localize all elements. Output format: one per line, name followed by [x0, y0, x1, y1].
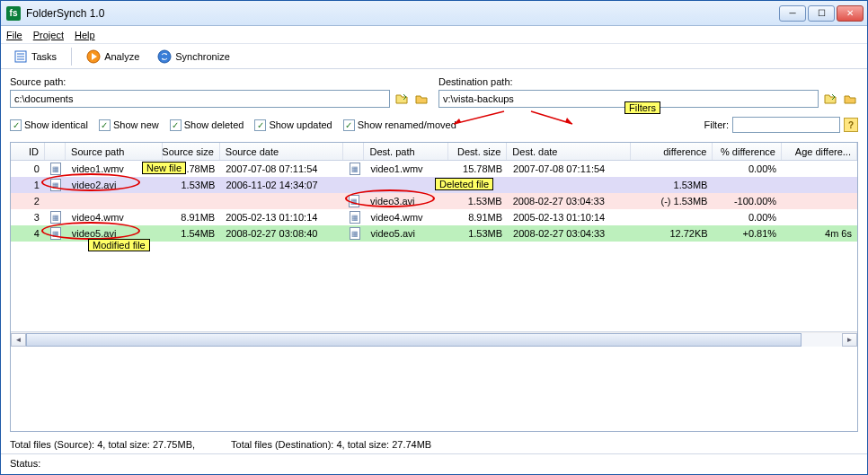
cell: 1.53MB: [631, 177, 713, 193]
cell: 1.53MB: [448, 193, 508, 209]
maximize-button[interactable]: ☐: [808, 5, 835, 22]
col-dest-date[interactable]: Dest. date: [507, 143, 631, 160]
cell: [344, 177, 365, 193]
cell: [163, 193, 220, 209]
cell: [45, 177, 66, 193]
col-pct-difference[interactable]: % difference: [713, 143, 782, 160]
table-row[interactable]: 0video1.wmv15.78MB2007-07-08 07:11:54vid…: [11, 161, 857, 177]
source-totals: Total files (Source): 4, total size: 27.…: [10, 439, 195, 450]
cell: 1: [11, 177, 45, 193]
cell: [344, 161, 366, 177]
source-open-icon[interactable]: [394, 91, 410, 107]
cell: [66, 193, 163, 209]
horizontal-scrollbar[interactable]: ◄ ►: [11, 331, 857, 347]
grid-header: ID Source path Source size Source date D…: [11, 143, 857, 161]
toolbar: Tasks Analyze Synchronize: [1, 44, 867, 69]
show-deleted-checkbox[interactable]: ✓Show deleted: [170, 119, 244, 131]
col-dest-path[interactable]: Dest. path: [364, 143, 447, 160]
analyze-button[interactable]: Analyze: [79, 48, 146, 66]
tasks-icon: [13, 49, 28, 64]
minimize-button[interactable]: ─: [779, 5, 806, 22]
filter-label: Filter:: [704, 119, 730, 130]
cell: +0.81%: [713, 225, 783, 242]
cell: 0.00%: [713, 161, 783, 177]
menu-file[interactable]: File: [6, 30, 22, 40]
cell: [365, 177, 448, 193]
cell: [344, 209, 366, 225]
table-row[interactable]: 2video3.avi1.53MB2008-02-27 03:04:33(-) …: [11, 193, 857, 209]
close-button[interactable]: ✕: [837, 5, 864, 22]
app-window: fs FolderSynch 1.0 ─ ☐ ✕ File Project He…: [0, 0, 868, 475]
show-renamed-label: Show renamed/moved: [358, 119, 456, 130]
file-icon: [50, 179, 61, 191]
grid-body[interactable]: 0video1.wmv15.78MB2007-07-08 07:11:54vid…: [11, 161, 857, 331]
col-dest-size[interactable]: Dest. size: [448, 143, 508, 160]
filter-input[interactable]: [732, 117, 840, 133]
cell: 2008-02-27 03:04:33: [508, 193, 631, 209]
file-icon: [349, 195, 359, 207]
cell: video4.wmv: [66, 209, 164, 225]
cell: [631, 209, 713, 225]
cell: [782, 209, 857, 225]
col-source-size[interactable]: Source size: [163, 143, 220, 160]
col-source-date[interactable]: Source date: [220, 143, 344, 160]
file-icon: [350, 163, 360, 175]
col-source-icon[interactable]: [45, 143, 66, 160]
col-id[interactable]: ID: [11, 143, 45, 160]
source-path-input[interactable]: [10, 90, 390, 108]
cell: 2007-07-08 07:11:54: [508, 161, 631, 177]
window-title: FolderSynch 1.0: [26, 7, 104, 20]
svg-point-2: [158, 50, 171, 63]
app-icon: fs: [6, 6, 21, 21]
cell: 2008-02-27 03:04:33: [508, 225, 631, 242]
cell: [45, 193, 66, 209]
cell: 2005-02-13 01:10:14: [508, 209, 631, 225]
cell: [782, 177, 857, 193]
table-row[interactable]: 4video5.avi1.54MB2008-02-27 03:08:40vide…: [11, 225, 857, 242]
show-updated-checkbox[interactable]: ✓Show updated: [254, 119, 332, 131]
cell: video1.wmv: [366, 161, 449, 177]
show-updated-label: Show updated: [269, 119, 332, 130]
cell: [45, 161, 66, 177]
filter-help-button[interactable]: ?: [844, 118, 858, 132]
col-age-difference[interactable]: Age differe...: [782, 143, 857, 160]
file-icon: [350, 211, 360, 224]
footer-totals: Total files (Source): 4, total size: 27.…: [1, 432, 867, 453]
cell: [45, 225, 66, 242]
scroll-thumb[interactable]: [26, 333, 802, 347]
table-row[interactable]: 1video2.avi1.53MB2006-11-02 14:34:071.53…: [11, 177, 857, 193]
show-identical-label: Show identical: [24, 119, 88, 130]
dest-path-input[interactable]: [438, 90, 819, 108]
scroll-track[interactable]: [26, 333, 842, 347]
tasks-label: Tasks: [31, 51, 57, 62]
cell: video4.wmv: [366, 209, 449, 225]
show-identical-checkbox[interactable]: ✓Show identical: [10, 119, 88, 131]
synchronize-button[interactable]: Synchronize: [150, 48, 237, 66]
cell: 1.53MB: [449, 225, 508, 242]
dest-open-icon[interactable]: [822, 91, 838, 107]
cell: 0.00%: [713, 209, 783, 225]
cell: [45, 209, 66, 225]
col-dest-icon[interactable]: [343, 143, 364, 160]
cell: -100.00%: [713, 193, 782, 209]
cell: 15.78MB: [164, 161, 221, 177]
col-difference[interactable]: difference: [631, 143, 713, 160]
scroll-right-button[interactable]: ►: [842, 333, 857, 347]
show-new-checkbox[interactable]: ✓Show new: [99, 119, 159, 131]
menu-project[interactable]: Project: [33, 30, 64, 40]
col-source-path[interactable]: Source path: [66, 143, 163, 160]
cell: 8.91MB: [164, 209, 221, 225]
table-row[interactable]: 3video4.wmv8.91MB2005-02-13 01:10:14vide…: [11, 209, 857, 225]
cell: 4m 6s: [782, 225, 857, 242]
show-renamed-checkbox[interactable]: ✓Show renamed/moved: [343, 119, 456, 131]
toolbar-separator: [71, 48, 72, 66]
source-browse-icon[interactable]: [413, 91, 430, 107]
menu-help[interactable]: Help: [75, 30, 95, 40]
source-path-label: Source path:: [10, 76, 430, 87]
titlebar[interactable]: fs FolderSynch 1.0 ─ ☐ ✕: [1, 1, 867, 26]
synchronize-label: Synchronize: [175, 51, 230, 62]
scroll-left-button[interactable]: ◄: [11, 333, 26, 347]
tasks-button[interactable]: Tasks: [6, 48, 64, 66]
cell: 2: [11, 193, 45, 209]
dest-browse-icon[interactable]: [842, 91, 858, 107]
